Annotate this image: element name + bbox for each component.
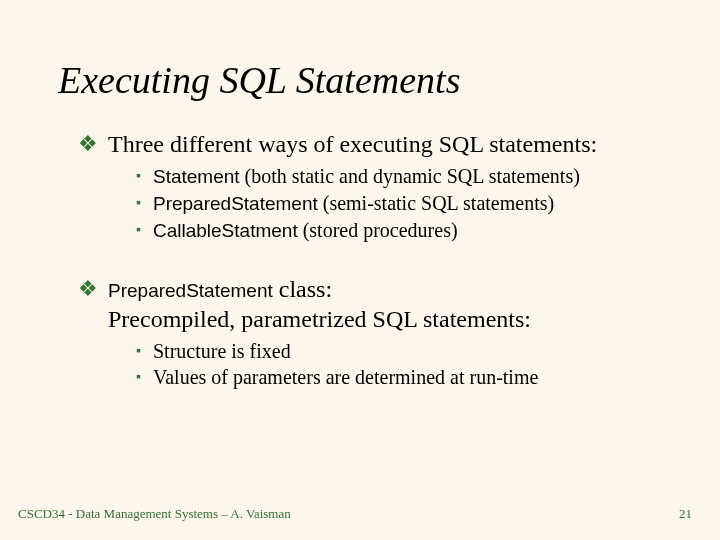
bullet-2-text: PreparedStatement class:Precompiled, par… xyxy=(108,275,531,333)
slide: Executing SQL Statements ❖ Three differe… xyxy=(0,0,720,540)
sub-item: ▪ PreparedStatement (semi-static SQL sta… xyxy=(136,191,680,216)
sub-item: ▪ Values of parameters are determined at… xyxy=(136,365,680,389)
sub-item: ▪ CallableStatment (stored procedures) xyxy=(136,218,680,243)
sub-item: ▪ Statement (both static and dynamic SQL… xyxy=(136,164,680,189)
footer-page-number: 21 xyxy=(679,506,692,522)
square-bullet-icon: ▪ xyxy=(136,191,141,215)
sub-item-text: Structure is fixed xyxy=(153,339,291,363)
bullet-1-text: Three different ways of executing SQL st… xyxy=(108,130,597,158)
sub-item-text: Values of parameters are determined at r… xyxy=(153,365,538,389)
sub-item-text: Statement (both static and dynamic SQL s… xyxy=(153,164,580,189)
sub-item-text: PreparedStatement (semi-static SQL state… xyxy=(153,191,554,216)
bullet-2-sub: ▪ Structure is fixed ▪ Values of paramet… xyxy=(136,339,680,389)
square-bullet-icon: ▪ xyxy=(136,339,141,363)
sub-item-text: CallableStatment (stored procedures) xyxy=(153,218,458,243)
square-bullet-icon: ▪ xyxy=(136,218,141,242)
sub-item: ▪ Structure is fixed xyxy=(136,339,680,363)
diamond-bullet-icon: ❖ xyxy=(78,130,98,158)
bullet-1-sub: ▪ Statement (both static and dynamic SQL… xyxy=(136,164,680,243)
footer-course: CSCD34 - Data Management Systems – A. Va… xyxy=(18,506,291,522)
slide-title: Executing SQL Statements xyxy=(58,58,460,102)
spacer xyxy=(78,245,680,275)
diamond-bullet-icon: ❖ xyxy=(78,275,98,303)
bullet-2: ❖ PreparedStatement class:Precompiled, p… xyxy=(78,275,680,333)
square-bullet-icon: ▪ xyxy=(136,164,141,188)
bullet-1: ❖ Three different ways of executing SQL … xyxy=(78,130,680,158)
slide-body: ❖ Three different ways of executing SQL … xyxy=(78,130,680,391)
square-bullet-icon: ▪ xyxy=(136,365,141,389)
